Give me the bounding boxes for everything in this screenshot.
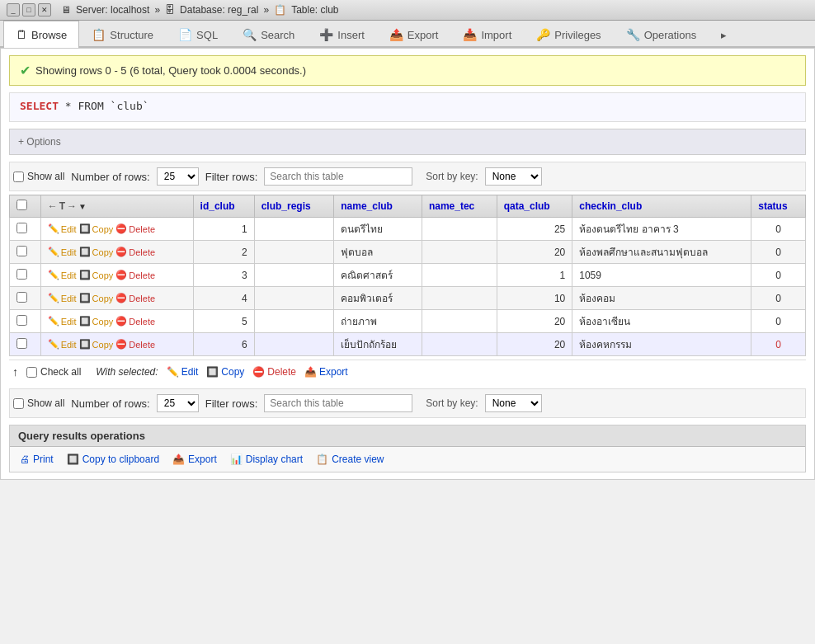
edit-button[interactable]: ✏️ Edit (48, 316, 77, 327)
arrow-up-icon: ↑ (12, 365, 18, 378)
table-row: ✏️ Edit 🔲 Copy ⛔ Delete 6เย็บปักถักร้อย2… (10, 333, 806, 356)
delete-button[interactable]: ⛔ Delete (115, 339, 155, 350)
copy-row-button[interactable]: 🔲 Copy (79, 293, 114, 303)
display-chart-link[interactable]: 📊 Display chart (230, 454, 303, 465)
tab-structure[interactable]: 📋 Structure (79, 21, 166, 48)
cell-name_club: เย็บปักถักร้อย (334, 333, 422, 356)
export-label: Export (188, 454, 217, 465)
row-checkbox[interactable] (16, 223, 27, 233)
show-all-bottom-checkbox[interactable] (13, 398, 24, 409)
pencil-icon: ✏️ (48, 293, 59, 303)
tab-export[interactable]: 📤 Export (377, 21, 451, 48)
delete-icon-bottom: ⛔ (252, 366, 265, 378)
qr-ops-body: 🖨 Print 🔲 Copy to clipboard 📤 Export 📊 D… (10, 447, 805, 472)
col-qata-club[interactable]: qata_club (497, 195, 572, 218)
tab-search[interactable]: 🔍 Search (230, 21, 307, 48)
content-area: ✔ Showing rows 0 - 5 (6 total, Query too… (0, 48, 815, 480)
export-link[interactable]: 📤 Export (172, 454, 217, 465)
move-left-icon[interactable]: ← (48, 200, 58, 212)
export-icon-bottom: 📤 (304, 366, 317, 378)
copy-row-button[interactable]: 🔲 Copy (79, 247, 114, 257)
tab-insert[interactable]: ➕ Insert (307, 21, 377, 48)
privileges-icon: 🔑 (536, 28, 550, 41)
delete-button[interactable]: ⛔ Delete (115, 293, 155, 303)
check-all-checkbox[interactable] (26, 367, 37, 378)
edit-button[interactable]: ✏️ Edit (48, 339, 77, 350)
delete-button[interactable]: ⛔ Delete (115, 270, 155, 280)
cell-qata_club: 20 (497, 241, 572, 264)
sort-by-key-top-select[interactable]: None id_club (485, 167, 542, 186)
display-chart-label: Display chart (246, 454, 303, 465)
close-button[interactable]: ✕ (38, 3, 51, 16)
success-icon: ✔ (20, 63, 31, 78)
filter-rows-top-label: Filter rows: (205, 171, 258, 183)
edit-button[interactable]: ✏️ Edit (48, 247, 77, 257)
sort-by-key-bottom-select[interactable]: None id_club (485, 394, 542, 412)
num-rows-bottom-select[interactable]: 25 50 100 (157, 394, 199, 412)
edit-button[interactable]: ✏️ Edit (48, 293, 77, 303)
edit-button[interactable]: ✏️ Edit (48, 223, 77, 234)
move-right-icon[interactable]: → (67, 200, 77, 212)
export-icon-qr: 📤 (172, 454, 185, 465)
bottom-delete-button[interactable]: ⛔ Delete (252, 366, 296, 378)
copy-clipboard-label: Copy to clipboard (82, 454, 159, 465)
col-status[interactable]: status (751, 195, 806, 218)
bottom-edit-button[interactable]: ✏️ Edit (167, 366, 199, 378)
select-all-checkbox[interactable] (16, 200, 27, 210)
check-all-label[interactable]: Check all (26, 366, 81, 378)
sort-desc-icon[interactable]: ▼ (78, 202, 87, 211)
col-checkin-club[interactable]: checkin_club (572, 195, 751, 218)
server-name: Server: localhost (76, 4, 149, 16)
col-name-tec[interactable]: name_tec (422, 195, 497, 218)
query-results-ops-section: Query results operations 🖨 Print 🔲 Copy … (9, 425, 806, 472)
show-all-top-label[interactable]: Show all (13, 171, 64, 182)
delete-button[interactable]: ⛔ Delete (115, 223, 155, 234)
print-link[interactable]: 🖨 Print (20, 454, 54, 465)
num-rows-top-select[interactable]: 25 50 100 (157, 167, 199, 186)
filter-rows-bottom-input[interactable] (264, 394, 412, 412)
create-view-link[interactable]: 📋 Create view (316, 454, 384, 465)
options-link[interactable]: + Options (18, 136, 61, 148)
qr-ops-header: Query results operations (10, 425, 805, 447)
col-club-regis[interactable]: club_regis (254, 195, 334, 218)
sort-by-key-top-label: Sort by key: (426, 171, 478, 182)
copy-row-button[interactable]: 🔲 Copy (79, 270, 114, 280)
pencil-icon: ✏️ (48, 316, 59, 327)
col-name-club[interactable]: name_club (334, 195, 422, 218)
row-checkbox[interactable] (16, 292, 27, 303)
delete-icon: ⛔ (115, 339, 127, 350)
show-all-bottom-label[interactable]: Show all (13, 397, 64, 409)
bottom-copy-button[interactable]: 🔲 Copy (206, 366, 244, 378)
tab-sql[interactable]: 📄 SQL (166, 21, 230, 48)
show-all-top-checkbox[interactable] (13, 172, 24, 182)
col-id-club[interactable]: id_club (193, 195, 254, 218)
copy-clipboard-link[interactable]: 🔲 Copy to clipboard (67, 454, 159, 465)
bottom-export-button[interactable]: 📤 Export (304, 366, 348, 378)
row-checkbox[interactable] (16, 269, 27, 280)
maximize-button[interactable]: □ (22, 3, 35, 16)
row-checkbox[interactable] (16, 315, 27, 326)
tab-browse[interactable]: 🗒 Browse (3, 21, 79, 48)
minimize-button[interactable]: _ (7, 3, 20, 16)
search-icon: 🔍 (243, 28, 257, 41)
copy-row-button[interactable]: 🔲 Copy (79, 316, 114, 327)
copy-row-button[interactable]: 🔲 Copy (79, 223, 114, 234)
chart-icon: 📊 (230, 454, 243, 465)
col-checkbox-all[interactable] (10, 195, 41, 218)
delete-button[interactable]: ⛔ Delete (115, 247, 155, 257)
row-checkbox[interactable] (16, 338, 27, 349)
tab-operations[interactable]: 🔧 Operations (614, 21, 709, 48)
window-controls[interactable]: _ □ ✕ (7, 3, 51, 16)
edit-button[interactable]: ✏️ Edit (48, 270, 77, 280)
row-checkbox[interactable] (16, 246, 27, 256)
tab-import[interactable]: 📥 Import (450, 21, 524, 48)
tab-privileges[interactable]: 🔑 Privileges (524, 21, 613, 48)
tab-more[interactable]: ▸ (709, 21, 739, 48)
with-selected-label: With selected: (96, 366, 158, 378)
print-icon: 🖨 (20, 454, 30, 465)
copy-row-button[interactable]: 🔲 Copy (79, 339, 114, 350)
filter-rows-top-input[interactable] (264, 167, 412, 186)
col-sort-icon[interactable]: T (59, 200, 65, 212)
cell-name_club: คณิตศาสตร์ (334, 264, 422, 287)
delete-button[interactable]: ⛔ Delete (115, 316, 155, 327)
